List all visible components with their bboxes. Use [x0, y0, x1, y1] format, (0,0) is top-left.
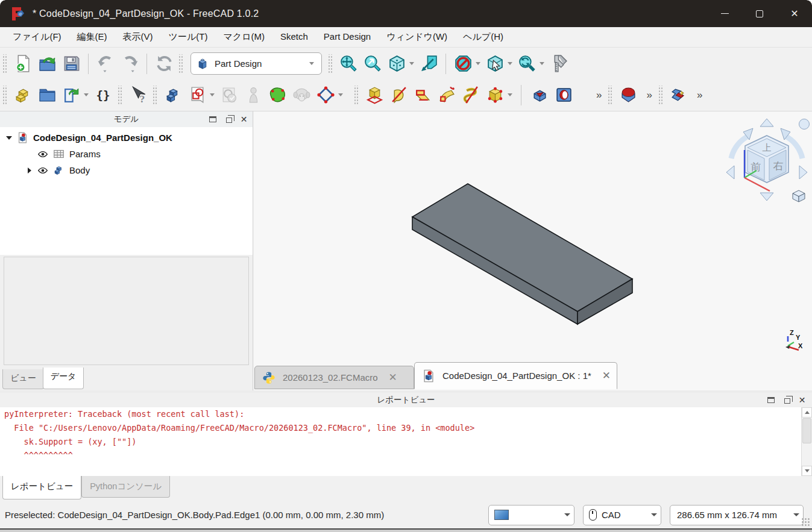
toolbar-grip[interactable] [178, 54, 183, 74]
minimize-button[interactable] [707, 0, 742, 27]
dimension-selector[interactable]: 286.65 mm x 126.74 mm [670, 505, 804, 525]
visibility-eye-icon[interactable] [37, 149, 48, 160]
hole-button[interactable] [552, 83, 576, 107]
workbench-selector[interactable]: Part Design [190, 52, 322, 75]
resize-grip[interactable] [801, 518, 811, 527]
toolbar-grip[interactable] [608, 86, 612, 105]
menu-item[interactable]: ウィンドウ(W) [379, 28, 455, 46]
maximize-button[interactable] [742, 0, 777, 27]
toolbar-grip[interactable] [658, 86, 663, 105]
tab-close-icon[interactable]: ✕ [602, 369, 611, 382]
toolbar-grip[interactable] [118, 86, 122, 105]
menu-item[interactable]: ファイル(F) [5, 28, 69, 46]
box-zoom-button[interactable] [483, 52, 507, 76]
tab-freecad-document[interactable]: CodeDesign_04_PartDesign_OK : 1* ✕ [414, 362, 617, 389]
clipping-plane-button[interactable] [451, 52, 475, 76]
save-button[interactable] [59, 52, 83, 76]
create-sketch-button[interactable] [185, 83, 209, 107]
fillet-button[interactable] [616, 83, 640, 107]
fit-all-button[interactable] [336, 52, 360, 76]
navigation-style-selector[interactable]: CAD [583, 505, 661, 525]
additive-primitive-button[interactable] [483, 83, 507, 107]
tree-row-params[interactable]: Params [0, 146, 253, 162]
additive-helix-button[interactable] [459, 83, 483, 107]
collapsed-caret-icon[interactable] [28, 167, 31, 174]
close-button[interactable]: ✕ [777, 0, 812, 27]
panel-close-button[interactable]: ✕ [797, 395, 807, 405]
panel-minimize-button[interactable] [207, 114, 218, 124]
zoom-selection-button[interactable] [360, 52, 385, 76]
pad-button[interactable] [362, 83, 386, 107]
menu-item[interactable]: 編集(E) [69, 28, 115, 46]
tab-macro-document[interactable]: 20260123_02.FCMacro ✕ [254, 366, 414, 389]
additive-loft-button[interactable] [411, 83, 435, 107]
export-link-button[interactable] [59, 83, 83, 107]
menu-item[interactable]: Part Design [316, 28, 379, 46]
toolbar-grip[interactable] [328, 54, 333, 74]
sketch-tools-button[interactable] [313, 83, 338, 107]
tab-python-console[interactable]: Pythonコンソール [81, 476, 170, 498]
chevron-down-icon[interactable] [210, 93, 215, 96]
validate-sketch-button[interactable] [265, 83, 289, 107]
measure-button[interactable] [547, 52, 571, 76]
expand-caret-icon[interactable] [6, 136, 12, 140]
rotate-view-button[interactable] [515, 52, 539, 76]
toolbar-grip[interactable] [2, 54, 7, 74]
menu-item[interactable]: ヘルプ(H) [455, 28, 511, 46]
chevron-down-icon[interactable] [540, 62, 544, 65]
toolbar-overflow-button[interactable]: » [693, 89, 706, 101]
navigation-cube[interactable]: 上 前 右 [722, 116, 812, 208]
chevron-down-icon[interactable] [508, 62, 512, 65]
menu-item[interactable]: 表示(V) [115, 28, 161, 46]
visibility-eye-icon[interactable] [37, 165, 48, 176]
panel-float-button[interactable] [781, 395, 792, 405]
menu-item[interactable]: マクロ(M) [215, 28, 272, 46]
chevron-down-icon[interactable] [409, 62, 414, 65]
chevron-down-icon[interactable] [476, 62, 480, 65]
isometric-view-button[interactable] [385, 52, 409, 76]
panel-minimize-button[interactable] [766, 395, 776, 405]
map-sketch-button[interactable] [241, 83, 265, 107]
scrollbar-thumb[interactable] [802, 418, 811, 443]
create-body-button[interactable] [161, 83, 185, 107]
tab-view[interactable]: ビュー [2, 369, 44, 389]
report-scrollbar[interactable] [801, 407, 812, 476]
report-view-content[interactable]: pyInterpreter: Traceback (most recent ca… [0, 407, 812, 476]
toolbar-overflow-button[interactable]: » [643, 89, 655, 101]
toolbar-grip[interactable] [153, 86, 157, 105]
redo-button[interactable] [118, 52, 142, 76]
panel-close-button[interactable]: ✕ [239, 114, 249, 124]
group-button[interactable] [35, 83, 59, 107]
whats-this-button[interactable]: ? [126, 83, 150, 107]
tab-report-view[interactable]: レポートビュー [2, 476, 81, 499]
boolean-operation-button[interactable] [667, 83, 691, 107]
expressions-button[interactable]: {} [91, 83, 115, 107]
toolbar-grip[interactable] [2, 86, 7, 105]
scroll-up-icon[interactable] [802, 407, 812, 418]
chevron-down-icon[interactable] [84, 93, 89, 96]
revolution-button[interactable] [386, 83, 411, 107]
edit-sketch-button[interactable] [217, 83, 241, 107]
shape-binder-button[interactable] [289, 83, 313, 107]
scroll-down-icon[interactable] [802, 466, 812, 476]
open-document-button[interactable] [35, 52, 59, 76]
toolbar-grip[interactable] [354, 86, 359, 105]
tree-row-document[interactable]: CodeDesign_04_PartDesign_OK [0, 130, 253, 146]
additive-pipe-button[interactable] [435, 83, 459, 107]
undo-button[interactable] [93, 52, 118, 76]
menu-item[interactable]: Sketch [272, 28, 316, 46]
align-to-selection-button[interactable] [417, 52, 441, 76]
chevron-down-icon[interactable] [338, 93, 343, 96]
pocket-button[interactable] [527, 83, 552, 107]
panel-float-button[interactable] [223, 114, 233, 124]
refresh-button[interactable] [152, 52, 176, 76]
new-document-button[interactable] [11, 52, 35, 76]
3d-viewport[interactable]: 上 前 右 Z Y X 20260123_02.FCMacro ✕ [254, 111, 812, 390]
tab-close-icon[interactable]: ✕ [389, 371, 397, 384]
open-part-button[interactable] [11, 83, 35, 107]
tree-row-body[interactable]: Body [0, 162, 253, 178]
tab-data[interactable]: データ [43, 368, 84, 389]
toolbar-overflow-button[interactable]: » [593, 89, 605, 101]
draw-style-selector[interactable] [488, 505, 574, 525]
chevron-down-icon[interactable] [508, 93, 512, 96]
